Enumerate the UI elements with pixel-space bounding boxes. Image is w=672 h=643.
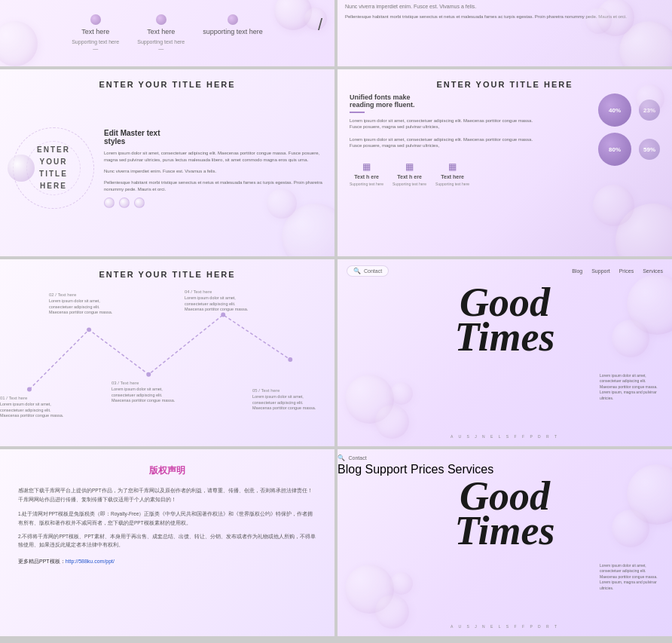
slide-grid: / Text here Supporting text here— Text h…	[0, 0, 672, 643]
item-supporting: Supporting text here—	[137, 38, 185, 52]
icon-symbol: ▦	[362, 161, 371, 172]
slide-4: ENTER YOUR TITLE HERE Unified fonts make…	[338, 69, 672, 256]
link-prefix: 更多精品PPT模板：	[18, 559, 66, 564]
search-box-2[interactable]: 🔍 Contact	[338, 449, 672, 463]
slide-4-body: Unified fonts makereading more fluent. L…	[338, 93, 672, 186]
slide-1: / Text here Supporting text here— Text h…	[0, 0, 334, 66]
nav-services[interactable]: Services	[643, 268, 663, 274]
good-times-heading-2: Good Times	[338, 476, 672, 552]
bubble-decor	[304, 8, 327, 30]
bubble-decor	[585, 8, 612, 34]
dot-icon	[228, 14, 238, 25]
circle-3	[134, 197, 145, 208]
step-body: Lorem ipsum dolor sit amet,consectetuer …	[185, 295, 260, 313]
slide-3: ENTER YOUR TITLE HERE ENTERYOURTITLEHERE…	[0, 69, 334, 256]
step-3: 03 / Text here Lorem ipsum dolor sit ame…	[111, 381, 191, 404]
main-text-area: Good Times	[338, 283, 672, 358]
slide-3-body: ENTERYOURTITLEHERE Edit Master textstyle…	[0, 93, 334, 243]
step-num: 04 / Text here	[185, 289, 264, 294]
svg-point-3	[221, 313, 225, 317]
arrow-deco: /	[318, 15, 322, 35]
search-icon: 🔍	[353, 268, 361, 274]
search-box[interactable]: 🔍 Contact	[347, 265, 389, 277]
para-1: Lorem ipsum dolor sit amet, consectetuer…	[104, 150, 322, 164]
para-1: Lorem ipsum dolor sit amet, consectetuer…	[350, 118, 542, 130]
icon-label: Text h ere	[397, 174, 422, 179]
section-2: 2.不得将千库网的PPT模板、PPT素材、本身用于再出售、成套总结、出债、转让、…	[18, 532, 316, 550]
icons-row: ▦ Text h ere Supporting text here ▦ Text…	[350, 155, 542, 186]
icon-sub: Supporting text here	[350, 182, 383, 186]
list-item: supporting text here	[203, 14, 263, 35]
contact-label-2: Contact	[348, 455, 366, 461]
slide-title: ENTER YOUR TITLE HERE	[338, 69, 672, 93]
slide-2: Nunc viverra imperdiet enim. Fusce est. …	[338, 0, 672, 66]
nav-prices-2[interactable]: Prices	[411, 463, 444, 476]
icon-item: ▦ Text h ere Supporting text here	[350, 161, 383, 186]
nav-prices[interactable]: Prices	[619, 268, 634, 274]
icon-item: ▦ Text here Supporting text here	[435, 161, 469, 186]
bubble-decor	[593, 185, 634, 226]
item-label: supporting text here	[203, 28, 263, 35]
slide-title: ENTER YOUR TITLE HERE	[0, 69, 334, 93]
step-num: 03 / Text here	[111, 381, 191, 385]
step-2: 02 / Text here Lorem ipsum dolor sit ame…	[49, 292, 128, 316]
slide-8: 🔍 Contact Blog Support Prices Services G…	[338, 449, 672, 636]
intro-text: 感谢您下载千库网平台上提供的PPT作品，为了您和千库网以及原创作者的利益，请尊重…	[18, 486, 316, 504]
dot-icon	[90, 14, 101, 25]
copyright-title: 版权声明	[0, 449, 334, 486]
step-body: Lorem ipsum dolor sit amet,consectetuer …	[252, 394, 328, 412]
link-line: 更多精品PPT模板：http://588ku.com/ppt/	[18, 557, 316, 567]
step-1: 01 / Text here Lorem ipsum dolor sit ame…	[0, 396, 79, 419]
side-text: Lorem ipsum dolor sit amet, consectetuer…	[600, 373, 660, 402]
slide-7: 版权声明 感谢您下载千库网平台上提供的PPT作品，为了您和千库网以及原创作者的利…	[0, 449, 334, 636]
icon-label: Text here	[441, 174, 464, 179]
circle-1	[104, 197, 115, 208]
url-link[interactable]: http://588ku.com/ppt/	[66, 559, 115, 564]
main-text-area-2: Good Times	[338, 476, 672, 552]
svg-point-4	[288, 357, 292, 362]
step-body: Lorem ipsum dolor sit amet,consectetuer …	[49, 299, 124, 316]
para-2: Nunc viverra imperdiet enim. Fusce est. …	[104, 168, 322, 175]
slide-6: 🔍 Contact Blog Support Prices Services G…	[338, 259, 672, 446]
nav-blog[interactable]: Blog	[572, 268, 582, 274]
contact-label: Contact	[364, 268, 382, 274]
icon-label: Text h ere	[354, 174, 379, 179]
svg-point-1	[87, 327, 91, 332]
dot-icon	[156, 14, 166, 25]
item-supporting: Supporting text here—	[72, 38, 119, 52]
slide-title: ENTER YOUR TITLE HERE	[0, 259, 334, 285]
step-body: Lorem ipsum dolor sit amet,consectetuer …	[0, 402, 75, 419]
nav-links: Blog Support Prices Services	[572, 268, 663, 274]
nav-blog-2[interactable]: Blog	[338, 463, 362, 476]
circle-2	[119, 197, 130, 208]
left-visual: ENTERYOURTITLEHERE	[12, 119, 95, 217]
nav-bar-2: 🔍 Contact Blog Support Prices Services	[338, 449, 672, 476]
icon-symbol: ▦	[448, 161, 457, 172]
step-num: 01 / Text here	[0, 396, 79, 400]
good-times-heading: Good Times	[338, 283, 672, 358]
step-num: 05 / Text here	[252, 388, 331, 393]
search-icon-2: 🔍	[338, 455, 345, 461]
stat-circle-80: 80%	[598, 133, 631, 166]
bubble-left	[8, 155, 35, 182]
para-2: Lorem ipsum dolor sit amet, consectetuer…	[350, 136, 542, 149]
stat-circle-40: 40%	[598, 93, 631, 127]
stats-row-2: 80% 59%	[554, 133, 660, 166]
bubble-decor	[390, 572, 413, 595]
icon-sub: Supporting text here	[393, 182, 426, 186]
items-row: Text here Supporting text here— Text her…	[72, 14, 263, 52]
nav-support[interactable]: Support	[591, 268, 610, 274]
bubble-decor	[267, 188, 297, 219]
stat-circle-59: 59%	[639, 139, 660, 160]
slide-5: ENTER YOUR TITLE HERE 01 / Text here Lor…	[0, 259, 334, 446]
left-text: Unified fonts makereading more fluent. L…	[350, 93, 542, 186]
step-num: 02 / Text here	[49, 292, 128, 297]
step-5: 05 / Text here Lorem ipsum dolor sit ame…	[252, 388, 331, 412]
item-label: Text here	[81, 28, 109, 35]
list-item: Text here Supporting text here—	[137, 14, 185, 52]
icon-item: ▦ Text h ere Supporting text here	[393, 161, 426, 186]
edit-title: Edit Master textstyles	[104, 129, 322, 145]
center-enter-text: ENTERYOURTITLEHERE	[37, 144, 70, 192]
nav-support-2[interactable]: Support	[365, 463, 407, 476]
svg-point-0	[27, 387, 32, 392]
